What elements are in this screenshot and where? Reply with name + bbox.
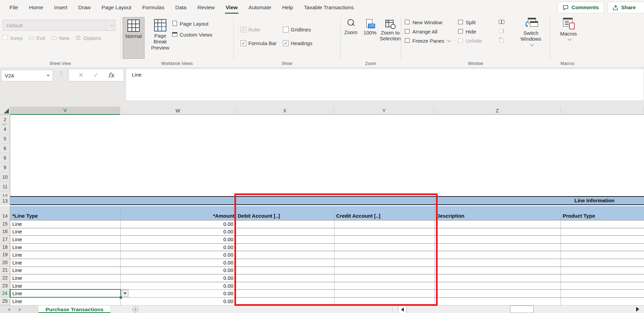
view-side-by-side-icon[interactable]: [499, 19, 505, 25]
new-sheet-view-button[interactable]: New: [51, 35, 69, 41]
cell-V16[interactable]: Line: [10, 228, 120, 236]
cell-V25[interactable]: Line: [10, 297, 120, 305]
menu-tab-home[interactable]: Home: [24, 0, 49, 15]
checkbox-headings[interactable]: ✓Headings: [283, 36, 312, 50]
column-header-V[interactable]: V: [10, 107, 120, 115]
row-header-21[interactable]: 21: [0, 267, 10, 274]
menu-tab-data[interactable]: Data: [170, 0, 192, 15]
table-header--line-type[interactable]: *Line Type: [10, 206, 120, 220]
zoom-100-button[interactable]: 100 100%: [360, 16, 380, 42]
table-header--amount[interactable]: *Amount: [120, 206, 236, 220]
menu-tab-file[interactable]: File: [4, 0, 24, 15]
menu-tab-automate[interactable]: Automate: [243, 0, 277, 15]
new-window-button[interactable]: New Window: [405, 19, 450, 25]
row-header-22[interactable]: 22: [0, 274, 10, 282]
row-header-23[interactable]: 23: [0, 282, 10, 290]
sheet-view-combo[interactable]: Default: [3, 20, 115, 31]
cell-W23[interactable]: 0.00: [120, 282, 235, 290]
hide-button[interactable]: Hide: [458, 28, 482, 35]
cell-W19[interactable]: 0.00: [120, 251, 235, 259]
cell-W15[interactable]: 0.00: [120, 220, 235, 228]
unhide-button[interactable]: Unhide: [458, 38, 482, 44]
insert-function-icon[interactable]: fx: [108, 71, 114, 79]
name-box[interactable]: V24: [1, 70, 53, 81]
cell-V21[interactable]: Line: [10, 267, 120, 274]
row-header-13[interactable]: 13: [0, 197, 10, 205]
menu-tab-page-layout[interactable]: Page Layout: [96, 0, 137, 15]
next-sheet-icon[interactable]: [19, 308, 21, 311]
keep-button[interactable]: Keep: [3, 35, 23, 41]
row-header-6[interactable]: 6: [0, 144, 10, 153]
combo-chevron-icon[interactable]: [106, 20, 115, 30]
row-header-17[interactable]: 17: [0, 235, 10, 243]
row-header-24[interactable]: 24: [0, 289, 10, 297]
menu-tab-taxable-transactions[interactable]: Taxable Transactions: [299, 0, 359, 15]
cell-W20[interactable]: 0.00: [120, 259, 235, 267]
synchronous-scrolling-icon[interactable]: [499, 28, 505, 35]
row-header-4[interactable]: 4: [0, 124, 10, 134]
row-header-19[interactable]: 19: [0, 251, 10, 259]
checkbox-formula-bar[interactable]: ✓Formula Bar: [241, 36, 278, 50]
sheet-tab-purchase-transactions[interactable]: Purchase Transactions: [39, 305, 111, 313]
column-header-Y[interactable]: Y: [334, 107, 434, 115]
cell-W25[interactable]: 0.00: [120, 297, 235, 305]
name-box-chevron-icon[interactable]: [46, 75, 50, 77]
row-header-16[interactable]: 16: [0, 228, 10, 236]
cell-W16[interactable]: 0.00: [120, 228, 235, 236]
zoom-button[interactable]: Zoom: [341, 16, 360, 42]
cell-V17[interactable]: Line: [10, 235, 120, 243]
comments-button[interactable]: Comments: [558, 2, 604, 13]
switch-windows-button[interactable]: Switch Windows: [514, 16, 548, 58]
table-header-product-type[interactable]: Product Type: [561, 206, 644, 220]
hscroll-thumb[interactable]: [510, 305, 534, 313]
row-header-14[interactable]: 14: [0, 206, 10, 220]
menu-tab-review[interactable]: Review: [192, 0, 220, 15]
cell-W21[interactable]: 0.00: [120, 267, 235, 274]
row-header-25[interactable]: 25: [0, 297, 10, 305]
selected-cell-V24[interactable]: [10, 289, 121, 298]
arrange-all-button[interactable]: Arrange All: [405, 28, 450, 35]
reset-window-position-icon[interactable]: [499, 38, 505, 44]
tabbar-splitter[interactable]: ⋮: [390, 306, 395, 313]
zoom-to-selection-button[interactable]: Zoom to Selection: [380, 16, 401, 42]
row-header-18[interactable]: 18: [0, 243, 10, 251]
select-all-corner[interactable]: [0, 107, 10, 115]
row-header-9[interactable]: 9: [0, 163, 10, 172]
page-break-preview-button[interactable]: Page Break Preview: [146, 17, 175, 58]
cell-V20[interactable]: Line: [10, 259, 120, 267]
checkbox-ruler[interactable]: ✓Ruler: [241, 23, 278, 36]
column-header-X[interactable]: X: [236, 107, 334, 115]
column-header-right-stub[interactable]: [561, 107, 644, 115]
share-button[interactable]: Share: [607, 2, 644, 13]
menu-tab-draw[interactable]: Draw: [73, 0, 96, 15]
new-sheet-button[interactable]: [133, 307, 138, 312]
cell-W22[interactable]: 0.00: [120, 274, 235, 282]
menu-tab-help[interactable]: Help: [277, 0, 299, 15]
row-header-11[interactable]: 11: [0, 182, 10, 191]
cell-W17[interactable]: 0.00: [120, 235, 235, 243]
cell-V19[interactable]: Line: [10, 251, 120, 259]
column-header-Z[interactable]: Z: [434, 107, 561, 115]
table-header-description[interactable]: Description: [434, 206, 561, 220]
confirm-entry-icon[interactable]: ✓: [93, 71, 99, 79]
row-header-20[interactable]: 20: [0, 259, 10, 267]
page-layout-button[interactable]: Page Layout: [172, 21, 213, 27]
menu-tab-insert[interactable]: Insert: [49, 0, 73, 15]
cell-W18[interactable]: 0.00: [120, 243, 235, 251]
formula-bar-splitter[interactable]: ⋮: [58, 70, 64, 78]
cancel-entry-icon[interactable]: ✕: [78, 71, 84, 79]
freeze-panes-button[interactable]: Freeze Panes: [405, 38, 450, 44]
cell-V15[interactable]: Line: [10, 220, 120, 228]
data-validation-dropdown-button[interactable]: [122, 290, 128, 297]
hscroll-right-arrow[interactable]: [636, 307, 639, 312]
cell-V22[interactable]: Line: [10, 274, 120, 282]
exit-button[interactable]: Exit: [29, 35, 45, 41]
normal-view-button[interactable]: Normal: [123, 17, 145, 59]
column-header-W[interactable]: W: [120, 107, 236, 115]
custom-views-button[interactable]: Custom Views: [172, 31, 213, 38]
row-header-10[interactable]: 10: [0, 172, 10, 182]
split-button[interactable]: Split: [458, 19, 482, 25]
row-header-8[interactable]: 8: [0, 153, 10, 163]
hscroll-left-arrow[interactable]: [398, 305, 407, 313]
menu-tab-formulas[interactable]: Formulas: [137, 0, 170, 15]
